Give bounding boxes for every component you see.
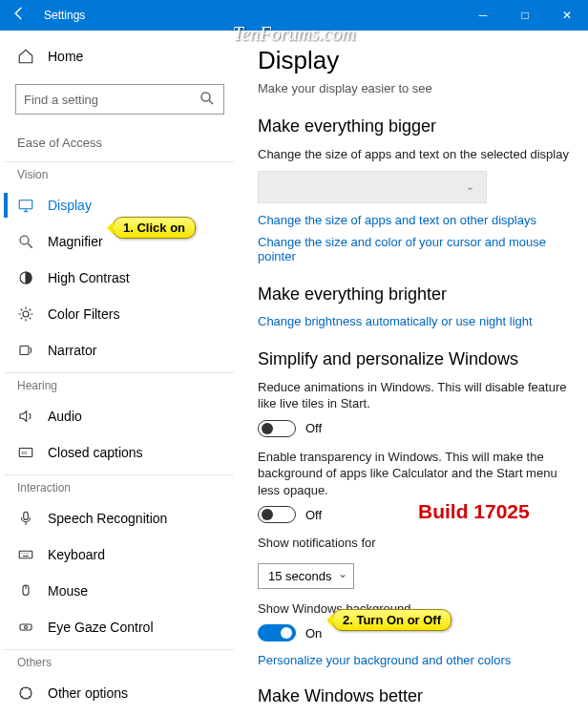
svg-text:cc: cc bbox=[22, 450, 28, 455]
show-notifications-value: 15 seconds bbox=[268, 569, 332, 583]
minimize-button[interactable]: ─ bbox=[462, 0, 504, 31]
subgroup-others: Others bbox=[4, 649, 234, 675]
callout-2: 2. Turn On or Off bbox=[332, 609, 452, 631]
callout-1: 1. Click on bbox=[113, 217, 196, 239]
reduce-animations-text: Reduce animations in Windows. This will … bbox=[258, 379, 571, 412]
magnifier-icon bbox=[17, 233, 34, 250]
sidebar-item-mouse[interactable]: Mouse bbox=[4, 573, 234, 609]
section-brighter-title: Make everything brighter bbox=[258, 284, 571, 305]
link-personalize[interactable]: Personalize your background and other co… bbox=[258, 653, 571, 667]
transparency-state: Off bbox=[305, 508, 322, 522]
svg-point-4 bbox=[23, 311, 29, 317]
svg-rect-11 bbox=[20, 624, 32, 630]
change-apps-text: Change the size of apps and text on the … bbox=[258, 146, 571, 163]
show-background-state: On bbox=[305, 626, 322, 641]
search-input[interactable]: Find a setting bbox=[15, 84, 224, 115]
maximize-button[interactable]: □ bbox=[504, 0, 546, 31]
subgroup-hearing: Hearing bbox=[4, 372, 234, 398]
sidebar-item-label: Eye Gaze Control bbox=[48, 620, 154, 635]
section-better-title: Make Windows better bbox=[258, 686, 571, 706]
sidebar-item-label: Speech Recognition bbox=[48, 511, 167, 526]
mouse-icon bbox=[17, 582, 34, 599]
section-simplify-title: Simplify and personalize Windows bbox=[258, 349, 571, 369]
sidebar-item-speech[interactable]: Speech Recognition bbox=[4, 500, 234, 536]
subgroup-vision: Vision bbox=[4, 161, 234, 187]
svg-rect-8 bbox=[24, 512, 29, 519]
sidebar-item-label: Display bbox=[48, 198, 92, 213]
sidebar-item-color-filters[interactable]: Color Filters bbox=[4, 296, 234, 332]
narrator-icon bbox=[17, 342, 34, 359]
search-placeholder: Find a setting bbox=[24, 93, 98, 107]
speech-icon bbox=[17, 510, 34, 527]
sidebar-item-label: Other options bbox=[48, 685, 128, 701]
page-subtitle: Make your display easier to see bbox=[258, 81, 571, 95]
svg-rect-9 bbox=[19, 551, 32, 558]
show-notifications-label: Show notifications for bbox=[258, 535, 571, 552]
titlebar: Settings ─ □ ✕ bbox=[0, 0, 588, 31]
keyboard-icon bbox=[17, 546, 34, 563]
sidebar-item-label: Color Filters bbox=[48, 306, 119, 322]
main-panel: Display Make your display easier to see … bbox=[237, 31, 588, 715]
section-bigger-title: Make everything bigger bbox=[258, 116, 571, 137]
link-brightness[interactable]: Change brightness automatically or use n… bbox=[258, 314, 571, 328]
show-background-toggle[interactable] bbox=[258, 624, 296, 641]
svg-point-12 bbox=[25, 626, 28, 629]
high-contrast-icon bbox=[17, 269, 34, 286]
home-label: Home bbox=[48, 49, 83, 64]
show-notifications-select[interactable]: 15 seconds bbox=[258, 563, 354, 589]
svg-rect-5 bbox=[20, 347, 29, 355]
sidebar-item-eye-gaze[interactable]: Eye Gaze Control bbox=[4, 609, 234, 645]
audio-icon bbox=[17, 408, 34, 425]
other-options-icon bbox=[17, 684, 34, 702]
sidebar-item-label: Audio bbox=[48, 409, 82, 424]
sidebar-item-label: Keyboard bbox=[48, 547, 105, 562]
search-icon bbox=[199, 90, 216, 110]
close-button[interactable]: ✕ bbox=[546, 0, 588, 31]
sidebar-item-other-options[interactable]: Other options bbox=[4, 675, 234, 711]
sidebar-item-label: Narrator bbox=[48, 343, 96, 358]
home-icon bbox=[17, 48, 34, 65]
svg-rect-1 bbox=[19, 200, 32, 209]
link-cursor[interactable]: Change the size and color of your cursor… bbox=[258, 235, 571, 263]
home-nav[interactable]: Home bbox=[4, 40, 234, 73]
window-title: Settings bbox=[38, 9, 462, 22]
back-button[interactable] bbox=[0, 5, 38, 26]
sidebar-item-audio[interactable]: Audio bbox=[4, 398, 234, 434]
color-filters-icon bbox=[17, 305, 34, 323]
subgroup-interaction: Interaction bbox=[4, 474, 234, 500]
reduce-animations-toggle[interactable] bbox=[258, 420, 296, 437]
page-title: Display bbox=[258, 46, 571, 75]
transparency-toggle[interactable] bbox=[258, 506, 296, 523]
sidebar-item-closed-captions[interactable]: cc Closed captions bbox=[4, 434, 234, 471]
sidebar-item-narrator[interactable]: Narrator bbox=[4, 332, 234, 368]
eye-gaze-icon bbox=[17, 619, 34, 636]
svg-point-0 bbox=[201, 93, 210, 101]
transparency-text: Enable transparency in Windows. This wil… bbox=[258, 449, 571, 499]
display-icon bbox=[17, 197, 34, 214]
closed-captions-icon: cc bbox=[17, 444, 34, 461]
sidebar-item-label: High Contrast bbox=[48, 270, 130, 285]
group-header: Ease of Access bbox=[4, 132, 234, 158]
sidebar-item-label: Magnifier bbox=[48, 234, 103, 249]
sidebar-item-label: Mouse bbox=[48, 583, 88, 599]
sidebar-item-label: Closed captions bbox=[48, 445, 143, 460]
sidebar-item-keyboard[interactable]: Keyboard bbox=[4, 536, 234, 573]
svg-point-2 bbox=[20, 236, 29, 244]
link-other-displays[interactable]: Change the size of apps and text on othe… bbox=[258, 213, 571, 227]
sidebar-item-high-contrast[interactable]: High Contrast bbox=[4, 260, 234, 296]
sidebar: Home Find a setting Ease of Access Visio… bbox=[0, 31, 237, 715]
display-scale-dropdown[interactable]: ⌄ bbox=[258, 171, 487, 203]
build-annotation: Build 17025 bbox=[418, 500, 530, 523]
reduce-animations-state: Off bbox=[305, 421, 322, 435]
